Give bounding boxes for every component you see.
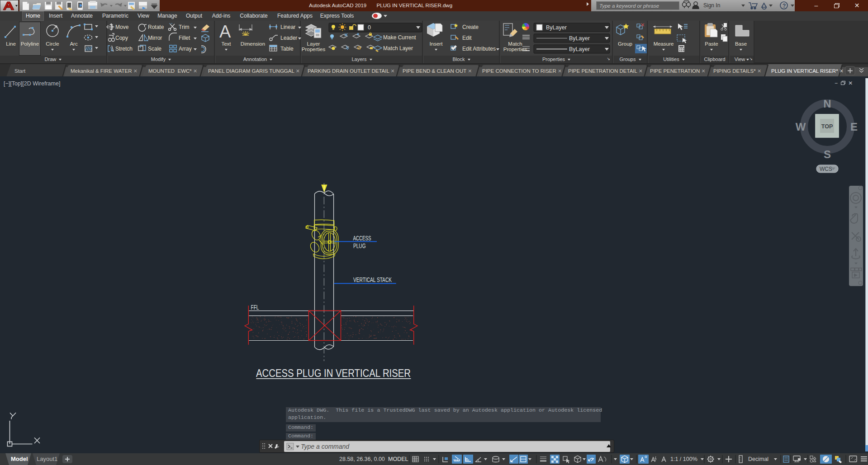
svg-text:TOP: TOP (821, 123, 833, 130)
svg-text:Trim: Trim (179, 24, 190, 30)
svg-text:Edit: Edit (462, 35, 472, 41)
svg-text:WCS: WCS (820, 166, 832, 172)
svg-text:A: A (219, 22, 231, 41)
svg-text:Match Layer: Match Layer (383, 45, 413, 52)
svg-text:Stretch: Stretch (115, 46, 133, 52)
svg-text:E: E (850, 121, 858, 133)
svg-text:0: 0 (368, 24, 371, 31)
svg-text:Create: Create (462, 24, 479, 30)
svg-text:S: S (824, 148, 831, 160)
svg-text:?: ? (783, 3, 786, 9)
svg-text:Scale: Scale (148, 46, 161, 52)
svg-text:Linear: Linear (280, 24, 295, 30)
svg-text:N: N (823, 98, 831, 110)
svg-text:ByLayer: ByLayer (569, 35, 590, 42)
svg-text:Make Current: Make Current (383, 34, 416, 41)
svg-text:Move: Move (115, 24, 129, 30)
svg-text:ACCESS: ACCESS (353, 234, 371, 242)
svg-text:Rotate: Rotate (148, 24, 164, 30)
svg-text:Leader: Leader (280, 35, 297, 41)
svg-text:ByLayer: ByLayer (569, 46, 590, 52)
svg-text:FFL: FFL (251, 304, 259, 311)
svg-text:ACCESS PLUG IN VERTICAL RISER: ACCESS PLUG IN VERTICAL RISER (256, 367, 411, 379)
svg-text:Mirror: Mirror (148, 35, 162, 41)
svg-text:ByLayer: ByLayer (546, 24, 567, 31)
svg-text:Table: Table (280, 46, 294, 52)
svg-text:Array: Array (179, 46, 192, 52)
svg-text:Edit Attributes: Edit Attributes (462, 46, 496, 52)
svg-text:PLUG: PLUG (353, 242, 366, 249)
svg-text:W: W (796, 121, 806, 133)
svg-text:Fillet: Fillet (179, 35, 190, 41)
svg-text:VERTICAL STACK: VERTICAL STACK (353, 276, 392, 283)
svg-text:Copy: Copy (115, 35, 128, 41)
